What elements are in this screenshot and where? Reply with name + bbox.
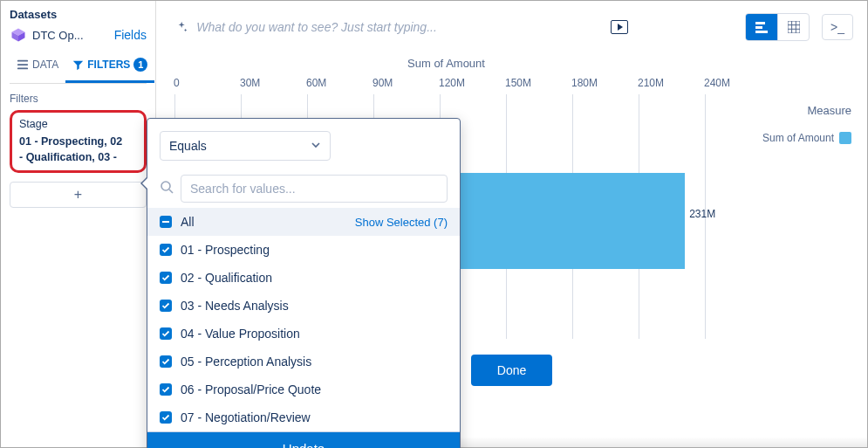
bar-value-label: 231M [689, 208, 715, 220]
ask-input[interactable] [196, 20, 602, 34]
all-label: All [181, 215, 195, 229]
svg-rect-5 [755, 31, 768, 33]
operator-value: Equals [169, 139, 207, 153]
checked-icon [160, 300, 172, 312]
filters-section-label: Filters [10, 93, 147, 105]
filter-option-label: 02 - Qualification [181, 271, 272, 285]
sparkle-icon [175, 20, 188, 34]
values-search-input[interactable] [181, 175, 448, 203]
axis-tick: 0 [174, 77, 240, 89]
checked-icon [160, 244, 172, 256]
dataset-cube-icon [10, 26, 27, 44]
partial-check-icon [160, 216, 172, 228]
update-button[interactable]: Update [147, 431, 460, 448]
svg-line-8 [169, 190, 173, 193]
table-mode-button[interactable] [777, 14, 809, 40]
filter-option-label: 06 - Proposal/Price Quote [181, 383, 321, 396]
chart-mode-button[interactable] [746, 14, 777, 40]
axis-tick: 210M [638, 77, 704, 89]
axis-tick: 180M [571, 77, 638, 89]
checked-icon [160, 272, 172, 284]
filter-option[interactable]: 04 - Value Proposition [147, 320, 460, 348]
filter-option[interactable]: 07 - Negotiation/Review [147, 403, 460, 431]
x-axis-ticks: 030M60M90M120M150M180M210M240M [174, 77, 857, 89]
prompt-glyph: >_ [830, 20, 844, 34]
list-icon [17, 59, 29, 71]
done-button[interactable]: Done [471, 355, 552, 386]
options-list: 01 - Prospecting02 - Qualification03 - N… [147, 236, 460, 431]
select-all-row[interactable]: All Show Selected (7) [147, 208, 460, 236]
axis-tick: 150M [505, 77, 571, 89]
checked-icon [160, 411, 172, 424]
play-button[interactable] [611, 20, 628, 34]
filter-card-stage[interactable]: Stage 01 - Prospecting, 02 - Qualificati… [10, 110, 147, 173]
add-filter-button[interactable]: + [10, 182, 147, 208]
datasets-heading: Datasets [10, 8, 147, 21]
search-icon [160, 180, 174, 197]
filter-option[interactable]: 03 - Needs Analysis [147, 292, 460, 320]
dataset-row[interactable]: DTC Op... Fields [10, 26, 147, 44]
svg-point-7 [161, 182, 170, 190]
dataset-name: DTC Op... [32, 29, 84, 42]
show-selected-link[interactable]: Show Selected (7) [355, 216, 448, 229]
filter-field-name: Stage [19, 118, 137, 130]
filter-values-line2: - Qualification, 03 - [19, 149, 137, 165]
table-icon [788, 21, 800, 33]
checked-icon [160, 355, 172, 368]
chart-title: Sum of Amount [39, 57, 853, 70]
fields-link[interactable]: Fields [114, 28, 147, 42]
filter-values-line1: 01 - Prospecting, 02 [19, 134, 137, 149]
svg-rect-3 [755, 22, 765, 24]
filter-option-label: 04 - Value Proposition [181, 327, 300, 341]
bar-chart-icon [755, 21, 769, 33]
filter-option[interactable]: 01 - Prospecting [147, 236, 460, 264]
filter-option-label: 05 - Perception Analysis [181, 355, 311, 369]
filter-option-label: 03 - Needs Analysis [181, 299, 289, 313]
filter-option-label: 07 - Negotiation/Review [181, 410, 311, 424]
saql-mode-button[interactable]: >_ [822, 14, 853, 40]
axis-tick: 90M [372, 77, 439, 89]
view-mode-group [745, 13, 810, 41]
checked-icon [160, 383, 172, 396]
axis-tick: 30M [240, 77, 306, 89]
axis-tick: 240M [704, 77, 770, 89]
checked-icon [160, 327, 172, 340]
operator-select[interactable]: Equals [160, 131, 331, 161]
chevron-down-icon [311, 139, 321, 153]
filter-option[interactable]: 05 - Perception Analysis [147, 348, 460, 376]
filter-option[interactable]: 02 - Qualification [147, 264, 460, 292]
svg-rect-6 [788, 21, 800, 33]
ask-data-box [170, 18, 633, 36]
filter-option[interactable]: 06 - Proposal/Price Quote [147, 376, 460, 403]
filter-option-label: 01 - Prospecting [181, 243, 270, 257]
svg-rect-4 [755, 26, 762, 29]
axis-tick: 120M [439, 77, 505, 89]
filter-values-popover: Equals All Show Selected (7) 01 - Prospe… [147, 118, 461, 448]
plus-icon: + [74, 187, 82, 203]
axis-tick: 60M [306, 77, 372, 89]
